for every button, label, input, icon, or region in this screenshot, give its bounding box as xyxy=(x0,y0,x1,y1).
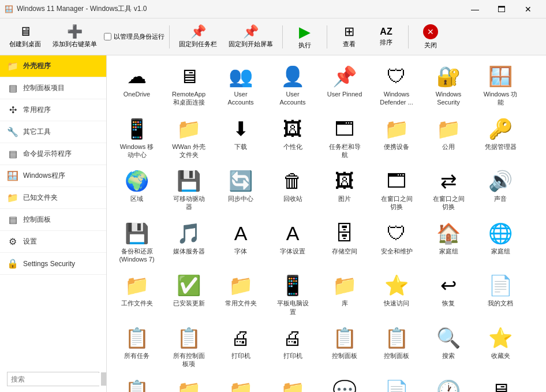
all-control-panel-label: 所有控制面 板项 xyxy=(173,352,205,368)
icon-item-favorites[interactable]: ⭐收藏夹 xyxy=(475,322,526,373)
icon-item-remoteapp[interactable]: 🖥RemoteApp 和桌面连接 xyxy=(163,60,214,111)
icon-item-printer-devices[interactable]: 🖨打印机 xyxy=(215,322,266,373)
icon-item-search[interactable]: 🔍搜索 xyxy=(423,322,474,373)
icon-item-backup-restore[interactable]: 💾备份和还原 (Windows 7) xyxy=(111,217,162,268)
region-label: 区域 xyxy=(130,195,143,203)
window-switch1-icon: 🗔 xyxy=(385,169,408,192)
icon-item-quick-access[interactable]: ⭐快速访问 xyxy=(371,269,422,320)
icon-item-file-explorer-opts[interactable]: 📁文件资源管 理器选项 xyxy=(215,374,266,392)
icon-item-wwan[interactable]: 📁WWan 外壳 文件夹 xyxy=(163,113,214,164)
icon-item-fonts[interactable]: A字体 xyxy=(215,217,266,268)
icon-item-downloads[interactable]: ⬇下载 xyxy=(215,113,266,164)
sidebar-item-windows-programs[interactable]: 🪟 Windows程序 xyxy=(0,165,106,187)
onedrive-icon: ☁ xyxy=(125,65,148,88)
sidebar-item-shell[interactable]: 📁 外壳程序 xyxy=(0,55,106,77)
removable-drive-icon: 💾 xyxy=(177,169,200,192)
user-pinned-icon: 📌 xyxy=(333,65,356,88)
icon-item-credential-manager[interactable]: 🔑凭据管理器 xyxy=(475,113,526,164)
icon-item-control-panel2[interactable]: 📋控制面板 xyxy=(371,322,422,373)
pin-taskbar-button[interactable]: 📌 固定到任务栏 xyxy=(174,21,222,53)
windows-mobile-icon: 📱 xyxy=(125,117,148,140)
icon-item-homegroup2[interactable]: 🌐家庭组 xyxy=(475,217,526,268)
sidebar-item-other-tools[interactable]: 🔧 其它工具 xyxy=(0,121,106,143)
user-pinned-label: User Pinned xyxy=(327,90,362,98)
icon-item-media-server[interactable]: 🎵媒体服务器 xyxy=(163,217,214,268)
icon-item-font-settings[interactable]: A字体设置 xyxy=(267,217,318,268)
icon-item-removable-drive[interactable]: 💾可移动驱动 器 xyxy=(163,165,214,216)
sidebar-item-control-panel-items[interactable]: ▤ 控制面板项目 xyxy=(0,77,106,99)
pin-start-button[interactable]: 📌 固定到开始屏幕 xyxy=(224,21,278,53)
icon-item-security-maintenance[interactable]: 🛡安全和维护 xyxy=(371,217,422,268)
icon-item-text-to-speech[interactable]: 💬文本到语音 转换 xyxy=(319,374,370,392)
icon-item-file-explorer-opts2[interactable]: 📁文件资源管 理器选项 xyxy=(267,374,318,392)
icon-item-pictures[interactable]: 🖼图片 xyxy=(319,165,370,216)
search-input[interactable] xyxy=(8,373,101,386)
icon-item-windows-mobile[interactable]: 📱Windows 移 动中心 xyxy=(111,113,162,164)
icon-item-personalization[interactable]: 🖼个性化 xyxy=(267,113,318,164)
icon-item-portable-devices[interactable]: 📁便携设备 xyxy=(371,113,422,164)
close-toolbar-label: 关闭 xyxy=(424,41,437,50)
icon-item-installed-updates[interactable]: ✅已安装更新 xyxy=(163,269,214,320)
credential-manager-icon: 🔑 xyxy=(489,117,512,140)
run-as-admin-checkbox[interactable] xyxy=(104,33,111,40)
icon-item-user-pinned[interactable]: 📌User Pinned xyxy=(319,60,370,111)
icon-item-window-switch1[interactable]: 🗔在窗口之间 切换 xyxy=(371,165,422,216)
icon-item-tablet-settings[interactable]: 📱平板电脑设 置 xyxy=(267,269,318,320)
icon-item-storage-spaces[interactable]: 🗄存储空间 xyxy=(319,217,370,268)
maximize-button[interactable]: 🗖 xyxy=(488,0,515,18)
icon-item-recovery[interactable]: ↩恢复 xyxy=(423,269,474,320)
icon-item-sync-center[interactable]: 🔄同步中心 xyxy=(215,165,266,216)
icon-item-datetime[interactable]: 🕐日期和时间 xyxy=(423,374,474,392)
close-toolbar-button[interactable]: ✕ 关闭 xyxy=(413,21,448,53)
view-label: 查看 xyxy=(343,40,356,48)
icon-item-my-docs[interactable]: 📄我的文档 xyxy=(475,269,526,320)
sidebar-item-control-panel[interactable]: ▤ 控制面板 xyxy=(0,209,106,231)
create-desktop-button[interactable]: 🖥 创建到桌面 xyxy=(5,21,46,53)
sort-button[interactable]: AZ 排序 xyxy=(369,21,403,53)
icon-item-window-switch2[interactable]: ⇄在窗口之间 切换 xyxy=(423,165,474,216)
sidebar-search: 🔍 xyxy=(7,372,99,386)
icon-item-file-history[interactable]: 📋文件历史记 录 xyxy=(111,374,162,392)
sidebar-item-settings[interactable]: ⚙ 设置 xyxy=(0,231,106,253)
add-right-menu-button[interactable]: ➕ 添加到右键菜单 xyxy=(48,21,102,53)
file-explorer-opts2-icon: 📁 xyxy=(281,379,304,392)
icon-item-docs[interactable]: 📄文档 xyxy=(371,374,422,392)
icon-item-windows-security[interactable]: 🔐Windows Security xyxy=(423,60,474,111)
sync-center-icon: 🔄 xyxy=(229,169,252,192)
icon-item-user-accounts-1[interactable]: 👥User Accounts xyxy=(215,60,266,111)
icon-item-homegroup[interactable]: 🏠家庭组 xyxy=(423,217,474,268)
icon-item-control-panel-items2[interactable]: 📋控制面板 xyxy=(319,322,370,373)
icon-item-public[interactable]: 📁公用 xyxy=(423,113,474,164)
icon-item-windows-features[interactable]: 🪟Windows 功 能 xyxy=(475,60,526,111)
icon-item-printers[interactable]: 🖨打印机 xyxy=(267,322,318,373)
run-as-admin-check[interactable]: 以管理员身份运行 xyxy=(104,32,164,41)
search-button[interactable]: 🔍 xyxy=(101,372,107,386)
icon-item-recycle-bin[interactable]: 🗑回收站 xyxy=(267,165,318,216)
sidebar-item-known-folders[interactable]: 📁 已知文件夹 xyxy=(0,187,106,209)
view-button[interactable]: ⊞ 查看 xyxy=(332,21,367,53)
sidebar-item-shell-label: 外壳程序 xyxy=(23,61,51,71)
sidebar-item-common-programs[interactable]: ✣ 常用程序 xyxy=(0,99,106,121)
icon-item-region[interactable]: 🌍区域 xyxy=(111,165,162,216)
icon-item-onedrive[interactable]: ☁OneDrive xyxy=(111,60,162,111)
execute-button[interactable]: ▶ 执行 xyxy=(287,21,322,53)
security-maintenance-icon: 🛡 xyxy=(385,222,408,245)
icon-item-library[interactable]: 📁库 xyxy=(319,269,370,320)
icon-item-taskbar-nav[interactable]: 🗔任务栏和导 航 xyxy=(319,113,370,164)
create-desktop-icon: 🖥 xyxy=(19,25,32,38)
icon-item-show-desktop[interactable]: 🖥显示桌面 xyxy=(475,374,526,392)
icon-item-windows-defender[interactable]: 🛡Windows Defender ... xyxy=(371,60,422,111)
sidebar-item-settings-security[interactable]: 🔒 Settings Security xyxy=(0,253,106,275)
icon-item-common-folders[interactable]: 📁常用文件夹 xyxy=(215,269,266,320)
icon-item-work-folders[interactable]: 📁工作文件夹 xyxy=(111,269,162,320)
sidebar-item-cmd[interactable]: ▤ 命令提示符程序 xyxy=(0,143,106,165)
content-area[interactable]: ☁OneDrive🖥RemoteApp 和桌面连接👥User Accounts👤… xyxy=(107,55,546,392)
icon-item-all-tasks[interactable]: 📋所有任务 xyxy=(111,322,162,373)
icon-item-user-accounts-2[interactable]: 👤User Accounts xyxy=(267,60,318,111)
close-button[interactable]: ✕ xyxy=(515,0,541,18)
icon-item-all-control-panel[interactable]: 📋所有控制面 板项 xyxy=(163,322,214,373)
my-docs-icon: 📄 xyxy=(489,274,512,297)
minimize-button[interactable]: — xyxy=(462,0,488,18)
icon-item-sound[interactable]: 🔊声音 xyxy=(475,165,526,216)
icon-item-file-explorer[interactable]: 📁文件资源管 理器 xyxy=(163,374,214,392)
